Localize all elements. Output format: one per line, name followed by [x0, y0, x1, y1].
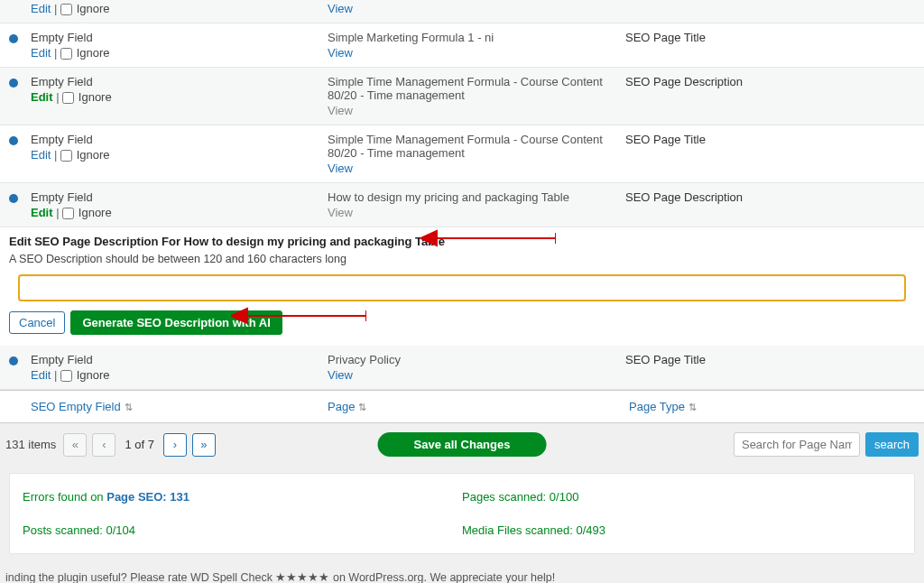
view-link[interactable]: View: [328, 368, 353, 382]
search-input[interactable]: [734, 432, 860, 457]
footer-cut-text: inding the plugin useful? Please rate WD…: [0, 570, 924, 583]
generate-ai-button[interactable]: Generate SEO Description with AI: [70, 310, 282, 335]
search-button[interactable]: search: [865, 432, 919, 457]
field-title: Empty Field: [31, 190, 328, 204]
page-text: How to design my pricing and packaging T…: [328, 190, 616, 204]
sort-icon: ⇅: [125, 402, 133, 412]
field-title: Empty Field: [31, 75, 328, 88]
view-link[interactable]: View: [328, 162, 353, 175]
items-count: 131 items: [5, 438, 56, 451]
view-link[interactable]: View: [328, 206, 353, 219]
edit-link[interactable]: Edit: [31, 148, 51, 162]
status-dot-icon: [9, 194, 18, 203]
stats-panel: Errors found on Page SEO: 131 Posts scan…: [9, 473, 915, 554]
status-dot-icon: [9, 79, 18, 88]
edit-link[interactable]: Edit: [31, 206, 53, 219]
ignore-label: Ignore: [79, 90, 112, 104]
sort-icon: ⇅: [688, 402, 697, 412]
table-row: Empty Field Edit | Ignore Simple Time Ma…: [0, 125, 924, 183]
ignore-label: Ignore: [77, 2, 110, 15]
ignore-label: Ignore: [79, 206, 112, 219]
status-dot-icon: [9, 34, 18, 43]
save-all-button[interactable]: Save all Changes: [378, 432, 547, 457]
ignore-label: Ignore: [77, 46, 110, 60]
view-link[interactable]: View: [328, 104, 353, 117]
page-type: SEO Page Title: [625, 353, 706, 366]
view-link[interactable]: View: [328, 46, 353, 60]
table-row: Empty Field Edit | Ignore Simple Time Ma…: [0, 68, 924, 125]
column-header-page[interactable]: Page⇅: [328, 400, 629, 413]
cancel-button[interactable]: Cancel: [9, 311, 65, 334]
edit-panel: Edit SEO Page Description For How to des…: [0, 227, 924, 346]
errors-label: Errors found on: [23, 490, 106, 504]
sort-icon: ⇅: [358, 402, 366, 412]
pager-first-button[interactable]: «: [63, 433, 87, 457]
pager-last-button[interactable]: »: [192, 433, 216, 457]
errors-link[interactable]: Page SEO: 131: [106, 490, 189, 504]
ignore-checkbox[interactable]: [60, 370, 72, 382]
edit-panel-title: Edit SEO Page Description For How to des…: [9, 235, 915, 248]
ignore-checkbox[interactable]: [62, 92, 74, 104]
ignore-label: Ignore: [77, 148, 110, 162]
seo-description-input[interactable]: [18, 274, 906, 301]
page-type: SEO Page Title: [625, 31, 706, 44]
view-link[interactable]: View: [328, 2, 353, 15]
field-title: Empty Field: [31, 353, 328, 366]
pager-next-button[interactable]: ›: [163, 433, 187, 457]
edit-panel-subtitle: A SEO Description should be between 120 …: [9, 253, 915, 265]
status-dot-icon: [9, 356, 18, 366]
pager-prev-button[interactable]: ‹: [92, 433, 116, 457]
table-header: SEO Empty Field⇅ Page⇅ Page Type⇅: [0, 390, 924, 423]
page-text: Simple Time Management Formula - Course …: [328, 133, 616, 160]
edit-link[interactable]: Edit: [31, 46, 51, 60]
table-row: Empty Field Edit | Ignore Simple Marketi…: [0, 23, 924, 68]
edit-link[interactable]: Edit: [31, 2, 51, 15]
table-row: Empty Field Edit | Ignore Privacy Policy…: [0, 346, 924, 390]
edit-link[interactable]: Edit: [31, 368, 51, 382]
table-row: Empty Field Edit | Ignore How to design …: [0, 183, 924, 227]
table-row: Edit | Ignore View: [0, 0, 924, 23]
page-type: SEO Page Description: [625, 190, 743, 204]
ignore-checkbox[interactable]: [60, 4, 72, 15]
status-dot-icon: [9, 136, 18, 145]
page-text: Privacy Policy: [328, 353, 616, 366]
media-scanned: Media Files scanned: 0/493: [462, 523, 901, 537]
field-title: Empty Field: [31, 31, 328, 44]
page-text: Simple Time Management Formula - Course …: [328, 75, 616, 102]
ignore-checkbox[interactable]: [60, 150, 72, 162]
column-header-field[interactable]: SEO Empty Field⇅: [0, 400, 328, 413]
edit-link[interactable]: Edit: [31, 90, 53, 104]
page-type: SEO Page Title: [625, 133, 706, 146]
posts-scanned: Posts scanned: 0/104: [23, 523, 462, 537]
page-text: Simple Marketing Formula 1 - ni: [328, 31, 616, 44]
page-type: SEO Page Description: [625, 75, 743, 88]
ignore-label: Ignore: [77, 368, 110, 382]
page-info: 1 of 7: [125, 438, 154, 451]
pages-scanned: Pages scanned: 0/100: [462, 490, 901, 504]
column-header-type[interactable]: Page Type⇅: [629, 400, 891, 413]
field-title: Empty Field: [31, 133, 328, 146]
pagination-bar: 131 items « ‹ 1 of 7 › » Save all Change…: [0, 423, 924, 466]
ignore-checkbox[interactable]: [60, 48, 72, 60]
ignore-checkbox[interactable]: [62, 208, 74, 219]
